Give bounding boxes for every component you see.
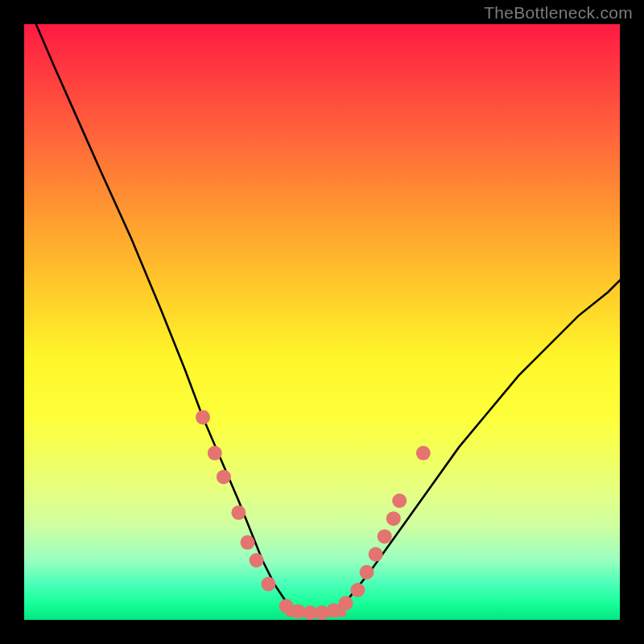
marker-point: [231, 506, 246, 520]
marker-point: [416, 446, 431, 460]
marker-point: [261, 577, 275, 592]
marker-point: [350, 583, 365, 597]
marker-point: [392, 493, 407, 508]
watermark-text: TheBottleneck.com: [484, 3, 633, 23]
marker-point: [217, 469, 231, 484]
marker-point: [250, 553, 264, 568]
marker-point: [378, 529, 392, 543]
plot-area: [24, 24, 620, 620]
marker-point: [241, 535, 255, 550]
marker-group: [196, 410, 431, 620]
marker-point: [369, 547, 383, 562]
marker-point: [196, 410, 210, 424]
chart-frame: TheBottleneck.com: [0, 0, 644, 644]
marker-point: [360, 565, 374, 580]
marker-point: [208, 446, 222, 460]
bottleneck-curve: [36, 24, 620, 614]
marker-point: [386, 511, 401, 526]
chart-svg: [24, 24, 620, 620]
marker-point: [339, 596, 353, 610]
